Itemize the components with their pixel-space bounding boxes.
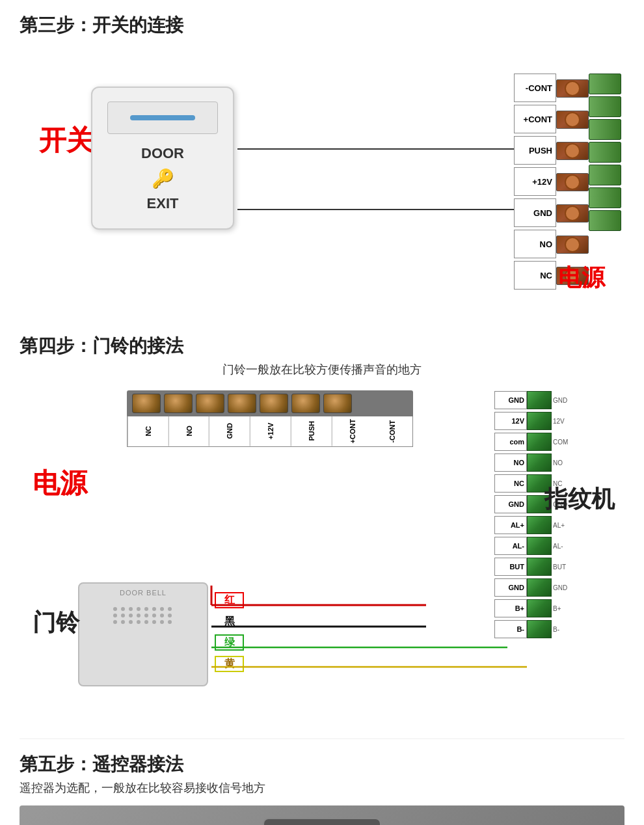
wire-label-green: 绿 xyxy=(215,634,244,651)
green-screw-2 xyxy=(589,96,621,117)
rft-text-alp: AL+ xyxy=(553,522,569,529)
top-screw-6 xyxy=(291,394,320,413)
green-screw-4 xyxy=(589,142,621,163)
step3-title: 第三步：开关的连接 xyxy=(20,13,624,38)
rft-text-bm: B- xyxy=(553,626,569,633)
dot-14 xyxy=(152,614,156,617)
rft-label-gnd2: GND xyxy=(494,495,527,513)
top-term-labels-row: NC NO GND +12V PUSH +CONT -CONT xyxy=(127,416,413,447)
wire-label-red: 红 xyxy=(215,592,244,608)
doorbell-label: DOOR BELL xyxy=(120,589,167,597)
step5-area: 第五步：遥控器接法 遥控器为选配，一般放在比较容易接收信号地方 xyxy=(20,738,624,825)
rft-text-gnd3: GND xyxy=(553,584,569,591)
rft-label-nc: NC xyxy=(494,474,527,493)
rft-screw-gnd3 xyxy=(527,578,552,597)
terminal-screw-cont-neg xyxy=(556,79,589,98)
doorbell-device: DOOR BELL xyxy=(78,582,208,686)
wire-label-black: 黑 xyxy=(215,614,244,630)
step5-title: 第五步：遥控器接法 xyxy=(20,752,624,777)
rft-label-no: NO xyxy=(494,453,527,472)
rft-row-gnd1: GND GND xyxy=(494,390,572,410)
doorbell-dots xyxy=(113,607,173,624)
terminal-screw-cont-pos xyxy=(556,111,589,129)
rft-row-but: BUT BUT xyxy=(494,557,572,576)
rft-row-12v: 12V 12V xyxy=(494,411,572,431)
dot-8 xyxy=(168,607,172,611)
terminal-row-push: PUSH xyxy=(514,136,589,166)
green-screw-7 xyxy=(589,210,621,231)
dot-20 xyxy=(137,620,141,624)
rft-label-alm: AL- xyxy=(494,537,527,555)
dot-16 xyxy=(168,614,172,617)
rft-text-bp: B+ xyxy=(553,605,569,612)
door-switch-text2: EXIT xyxy=(147,192,179,215)
dot-10 xyxy=(121,614,125,617)
dot-18 xyxy=(121,620,125,624)
wire-lower-3 xyxy=(237,209,550,210)
step4-title: 第四步：门铃的接法 xyxy=(20,334,624,358)
rft-row-bm: B- B- xyxy=(494,619,572,639)
terminal-screw-no xyxy=(556,236,589,254)
dot-21 xyxy=(144,620,148,624)
terminal-row-gnd: GND xyxy=(514,198,589,228)
section-4: NC NO GND +12V PUSH +CONT -CONT 电源 GND G… xyxy=(20,387,624,725)
rft-label-but: BUT xyxy=(494,558,527,576)
svg-rect-6 xyxy=(263,818,381,825)
step5-subtitle: 遥控器为选配，一般放在比较容易接收信号地方 xyxy=(20,780,624,796)
door-switch-text1: DOOR xyxy=(141,142,184,165)
dot-17 xyxy=(113,620,117,624)
rft-text-12v: 12V xyxy=(553,418,569,425)
right-finger-terminal: GND GND 12V 12V com COM NO NO NC xyxy=(494,390,572,640)
rft-label-alp: AL+ xyxy=(494,516,527,534)
step4-subtitle: 门铃一般放在比较方便传播声音的地方 xyxy=(20,362,624,377)
dot-24 xyxy=(168,620,172,624)
dot-12 xyxy=(137,614,141,617)
terminal-row-12v: +12V xyxy=(514,167,589,197)
dot-13 xyxy=(144,614,148,617)
rft-row-gnd3: GND GND xyxy=(494,578,572,597)
terminal-screw-12v xyxy=(556,173,589,191)
door-switch-bar xyxy=(130,115,195,120)
terminal-screw-gnd xyxy=(556,204,589,223)
top-screw-4 xyxy=(228,394,256,413)
terminal-label-gnd: GND xyxy=(514,198,556,227)
door-switch-inner xyxy=(107,101,218,134)
top-screw-2 xyxy=(164,394,193,413)
terminal-row-cont-pos: +CONT xyxy=(514,105,589,135)
dot-6 xyxy=(152,607,156,611)
green-screw-1 xyxy=(589,74,621,94)
dot-23 xyxy=(160,620,164,624)
rft-text-gnd1: GND xyxy=(553,397,569,404)
dot-11 xyxy=(129,614,133,617)
rft-row-alp: AL+ AL+ xyxy=(494,515,572,535)
terminal-label-push: PUSH xyxy=(514,136,556,165)
top-term-label-cont-neg: -CONT xyxy=(372,416,412,446)
top-screw-1 xyxy=(132,394,161,413)
wire-label-yellow: 黄 xyxy=(215,656,244,672)
top-screw-7 xyxy=(323,394,352,413)
dot-2 xyxy=(121,607,125,611)
terminal-screw-push xyxy=(556,142,589,160)
label-zhiwen: 指纹机 xyxy=(544,485,615,513)
terminal-row-cont-neg: -CONT xyxy=(514,74,589,103)
terminal-label-cont-pos: +CONT xyxy=(514,105,556,133)
step5-preview-svg xyxy=(257,812,387,825)
dot-9 xyxy=(113,614,117,617)
rft-screw-but xyxy=(527,558,552,576)
dot-22 xyxy=(152,620,156,624)
terminal-label-12v: +12V xyxy=(514,167,556,196)
rft-label-gnd1: GND xyxy=(494,391,527,409)
top-screw-5 xyxy=(260,394,288,413)
terminal-row-no: NO xyxy=(514,230,589,260)
terminal-block-3: -CONT +CONT PUSH +12V GND xyxy=(514,74,589,292)
top-term-label-gnd: GND xyxy=(209,416,250,446)
section-3: 开关 DOOR 🔑 EXIT -CONT +CONT xyxy=(20,47,624,321)
top-power-terminal: NC NO GND +12V PUSH +CONT -CONT xyxy=(127,390,413,447)
step5-preview xyxy=(20,805,624,825)
rft-row-no: NO NO xyxy=(494,453,572,472)
green-terminal-block xyxy=(589,74,621,231)
rft-screw-no xyxy=(527,453,552,472)
top-term-label-12v: +12V xyxy=(250,416,291,446)
label-kaiguan: 开关 xyxy=(39,126,94,156)
rft-screw-alp xyxy=(527,516,552,534)
